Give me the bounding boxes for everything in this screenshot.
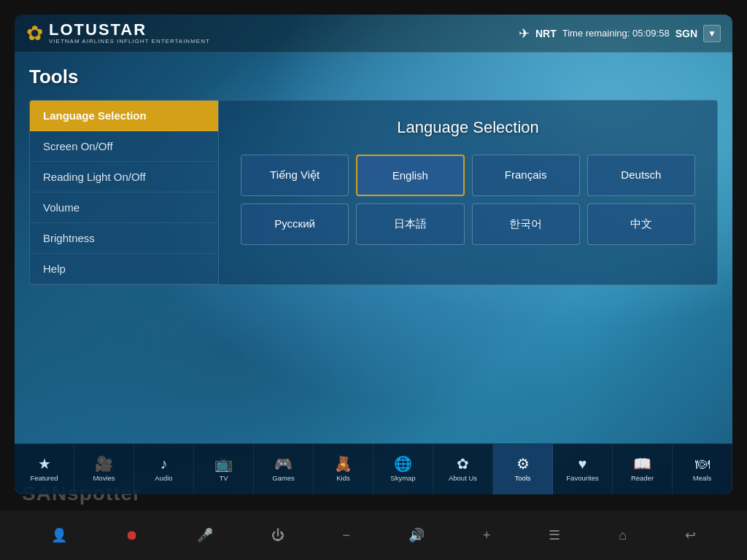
- nav-item-tools[interactable]: ⚙Tools: [493, 444, 553, 494]
- flight-dest: SGN: [676, 28, 697, 39]
- reader-icon: 📖: [633, 456, 651, 471]
- lotus-icon: ✿: [26, 23, 43, 44]
- meals-icon: 🍽: [695, 456, 710, 471]
- sidebar: Language SelectionScreen On/OffReading L…: [29, 100, 219, 285]
- sidebar-item-help[interactable]: Help: [30, 254, 218, 284]
- lang-button-francais[interactable]: Français: [472, 155, 580, 196]
- language-panel: Language Selection Tiếng ViệtEnglishFran…: [219, 100, 718, 285]
- reader-label: Reader: [631, 474, 654, 482]
- content-area: Language SelectionScreen On/OffReading L…: [29, 100, 718, 285]
- panel-title: Language Selection: [241, 118, 695, 137]
- logo-text-block: LOTUSTAR VIETNAM AIRLINES INFLIGHT ENTER…: [49, 22, 210, 44]
- nav-item-favourites[interactable]: ♥Favourites: [553, 444, 613, 494]
- games-label: Games: [272, 474, 295, 482]
- nav-item-skymap[interactable]: 🌐Skymap: [374, 444, 433, 494]
- sidebar-item-reading-light[interactable]: Reading Light On/Off: [30, 162, 218, 192]
- volume-icon: 🔊: [409, 527, 425, 543]
- header: ✿ LOTUSTAR VIETNAM AIRLINES INFLIGHT ENT…: [15, 15, 732, 52]
- lang-button-tieng-viet[interactable]: Tiếng Việt: [241, 155, 349, 196]
- volume-minus-button[interactable]: −: [343, 528, 351, 543]
- lang-button-chinese[interactable]: 中文: [587, 203, 695, 245]
- kids-label: Kids: [336, 474, 349, 482]
- nav-item-audio[interactable]: ♪Audio: [134, 444, 194, 494]
- tv-label: TV: [219, 474, 228, 482]
- lang-button-korean[interactable]: 한국어: [472, 203, 580, 245]
- sidebar-item-screen-onoff[interactable]: Screen On/Off: [30, 131, 218, 162]
- logo-name: LOTUSTAR: [49, 22, 210, 38]
- lang-button-russian[interactable]: Русский: [241, 203, 349, 245]
- featured-icon: ★: [38, 456, 51, 471]
- record-button[interactable]: ⏺: [125, 528, 139, 543]
- about-us-label: About Us: [449, 474, 477, 482]
- sidebar-item-brightness[interactable]: Brightness: [30, 223, 218, 254]
- nav-item-about-us[interactable]: ✿About Us: [433, 444, 493, 494]
- list-button[interactable]: ☰: [549, 527, 560, 543]
- nav-item-movies[interactable]: 🎥Movies: [74, 444, 134, 494]
- featured-label: Featured: [30, 474, 58, 482]
- skymap-label: Skymap: [390, 474, 415, 482]
- about-us-icon: ✿: [457, 456, 469, 471]
- mic-button[interactable]: 🎤: [197, 527, 213, 543]
- lang-button-english[interactable]: English: [356, 155, 464, 196]
- home-button[interactable]: ⌂: [619, 528, 627, 543]
- logo-area: ✿ LOTUSTAR VIETNAM AIRLINES INFLIGHT ENT…: [26, 22, 210, 44]
- power-button[interactable]: ⏻: [271, 528, 285, 543]
- kids-icon: 🧸: [334, 456, 352, 471]
- games-icon: 🎮: [274, 456, 293, 471]
- nav-item-tv[interactable]: 📺TV: [194, 444, 254, 494]
- person-button[interactable]: 👤: [51, 527, 67, 543]
- lang-button-japanese[interactable]: 日本語: [356, 203, 464, 245]
- lang-button-deutsch[interactable]: Deutsch: [587, 155, 695, 196]
- favourites-icon: ♥: [578, 456, 587, 471]
- flight-origin: NRT: [535, 28, 557, 39]
- nav-item-games[interactable]: 🎮Games: [254, 444, 314, 494]
- audio-icon: ♪: [160, 456, 168, 471]
- flight-info: ✈ NRT Time remaining: 05:09:58 SGN ▼: [519, 25, 721, 42]
- meals-label: Meals: [693, 474, 711, 482]
- controls-bar: 👤 ⏺ 🎤 ⏻ − 🔊 + ☰ ⌂ ↩: [0, 510, 747, 560]
- bottom-nav: ★Featured🎥Movies♪Audio📺TV🎮Games🧸Kids🌐Sky…: [15, 443, 732, 494]
- tv-icon: 📺: [214, 456, 233, 471]
- flight-arrow-icon: ✈: [519, 26, 530, 42]
- favourites-label: Favourites: [566, 474, 598, 482]
- screen: ✿ LOTUSTAR VIETNAM AIRLINES INFLIGHT ENT…: [15, 15, 732, 494]
- page-title: Tools: [29, 66, 718, 88]
- tools-label: Tools: [514, 474, 530, 482]
- tools-icon: ⚙: [516, 456, 530, 471]
- flight-dropdown-button[interactable]: ▼: [703, 25, 721, 42]
- movies-icon: 🎥: [95, 456, 113, 471]
- volume-plus-button[interactable]: +: [483, 528, 491, 543]
- main-content: Tools Language SelectionScreen On/OffRea…: [15, 52, 732, 298]
- logo-tagline: VIETNAM AIRLINES INFLIGHT ENTERTAINMENT: [49, 38, 210, 44]
- movies-label: Movies: [93, 474, 115, 482]
- sidebar-item-language-selection[interactable]: Language Selection: [30, 101, 218, 131]
- flight-time-remaining: Time remaining: 05:09:58: [562, 28, 670, 39]
- skymap-icon: 🌐: [394, 456, 412, 471]
- sidebar-item-volume[interactable]: Volume: [30, 192, 218, 223]
- nav-item-featured[interactable]: ★Featured: [15, 444, 74, 494]
- nav-item-kids[interactable]: 🧸Kids: [314, 444, 374, 494]
- back-button[interactable]: ↩: [685, 527, 696, 543]
- language-grid: Tiếng ViệtEnglishFrançaisDeutschРусский日…: [241, 155, 695, 245]
- nav-item-reader[interactable]: 📖Reader: [613, 444, 673, 494]
- nav-item-meals[interactable]: 🍽Meals: [673, 444, 732, 494]
- audio-label: Audio: [155, 474, 172, 482]
